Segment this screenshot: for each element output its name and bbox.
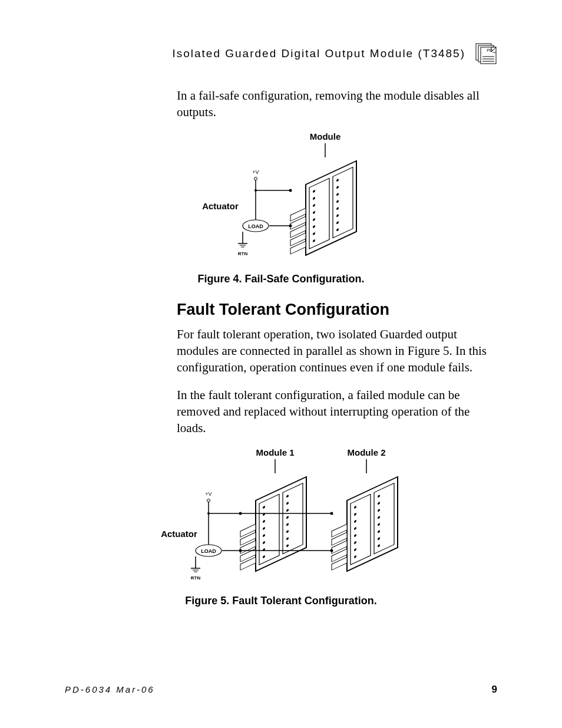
page-footer: PD-6034 Mar-06 9 [65, 684, 497, 696]
svg-point-42 [289, 224, 292, 227]
pd-stack-icon: PD [475, 42, 497, 65]
fig5-rtn-label: RTN [191, 575, 201, 581]
pd-label: PD [487, 48, 492, 52]
figure-5: Module 1 Module 2 Actuator +V LOAD RTN [65, 447, 497, 589]
svg-point-61 [330, 549, 333, 552]
svg-point-43 [254, 189, 257, 192]
svg-point-32 [254, 177, 257, 180]
para-ft-2: In the fault tolerant configuration, a f… [177, 387, 497, 437]
fig5-module2-label: Module 2 [347, 447, 385, 457]
header-title: Isolated Guarded Digital Output Module (… [172, 47, 465, 60]
figure-4: Module Actuator +V LOAD RTN [65, 131, 497, 267]
fig4-module-label: Module [310, 131, 341, 141]
fig4-rtn-label: RTN [238, 251, 248, 256]
fig4-load-label: LOAD [248, 223, 263, 229]
fig4-actuator-label: Actuator [202, 201, 239, 211]
fig5-load-label: LOAD [201, 548, 216, 554]
fig5-actuator-label: Actuator [161, 529, 197, 539]
heading-fault-tolerant: Fault Tolerant Configuration [177, 301, 497, 319]
svg-point-40 [289, 189, 292, 192]
footer-page-number: 9 [492, 684, 497, 696]
page-header: Isolated Guarded Digital Output Module (… [65, 47, 497, 70]
figure-5-caption: Figure 5. Fault Tolerant Configuration. [65, 595, 497, 607]
para-intro: In a fail-safe configuration, removing t… [177, 87, 497, 121]
fig5-module1-label: Module 1 [256, 447, 294, 457]
svg-point-46 [207, 499, 210, 502]
svg-point-59 [330, 512, 333, 515]
figure-4-caption: Figure 4. Fail-Safe Configuration. [65, 273, 497, 285]
footer-doc-id: PD-6034 Mar-06 [65, 684, 155, 694]
fig5-v-label: +V [205, 491, 211, 497]
para-ft-1: For fault tolerant operation, two isolat… [177, 326, 497, 376]
fig4-v-label: +V [252, 169, 259, 175]
